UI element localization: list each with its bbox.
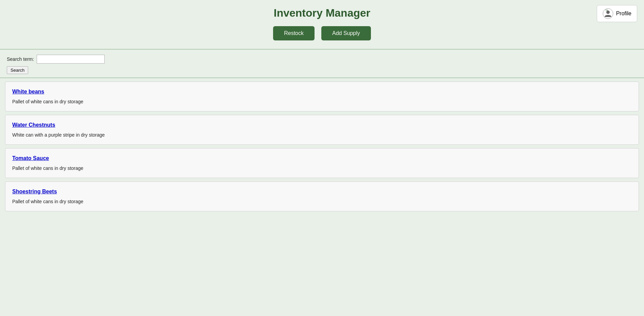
profile-button[interactable]: TM Profile [597,5,637,22]
action-buttons: Restock Add Supply [0,26,644,40]
item-name[interactable]: Shoestring Beets [12,189,57,195]
item-description: Pallet of white cans in dry storage [12,165,632,171]
inventory-list: White beansPallet of white cans in dry s… [0,78,644,299]
svg-text:TM: TM [605,9,608,11]
item-name[interactable]: Tomato Sauce [12,155,49,161]
list-item: Water ChestnutsWhite can with a purple s… [5,115,639,145]
search-label: Search term: [7,56,34,62]
list-item: Tomato SaucePallet of white cans in dry … [5,148,639,178]
item-name[interactable]: White beans [12,89,44,95]
profile-label: Profile [616,11,631,17]
item-description: Pallet of white cans in dry storage [12,199,632,204]
restock-button[interactable]: Restock [273,26,315,40]
item-name[interactable]: Water Chestnuts [12,122,55,128]
list-item: Shoestring BeetsPallet of white cans in … [5,181,639,211]
search-row: Search term: [7,55,637,64]
page-title: Inventory Manager [0,7,644,19]
search-input[interactable] [37,55,105,64]
add-supply-button[interactable]: Add Supply [321,26,371,40]
search-section: Search term: Search [0,50,644,78]
page-header: Inventory Manager Restock Add Supply TM … [0,0,644,50]
list-item: White beansPallet of white cans in dry s… [5,82,639,111]
item-description: Pallet of white cans in dry storage [12,99,632,104]
profile-icon: TM [603,8,613,19]
item-description: White can with a purple stripe in dry st… [12,132,632,138]
search-button[interactable]: Search [7,66,28,74]
